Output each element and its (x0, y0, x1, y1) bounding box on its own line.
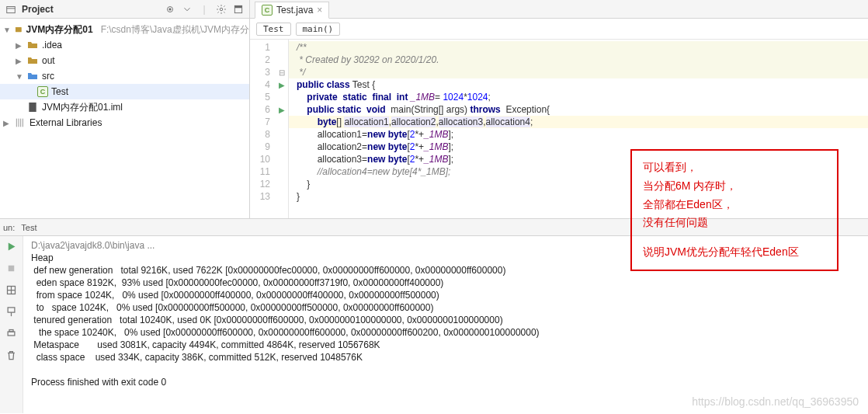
rerun-icon[interactable] (5, 241, 17, 255)
run-toolbar (0, 236, 23, 413)
breadcrumb: Test main() (250, 19, 868, 39)
project-tree[interactable]: ▼ JVM内存分配01 F:\csdn博客\Java虚拟机\JVM内存分 ▶ .… (0, 19, 249, 218)
source-folder-icon (26, 70, 39, 82)
chevron-right-icon[interactable]: ▶ (16, 41, 23, 50)
svg-rect-6 (16, 27, 22, 32)
close-icon[interactable]: × (317, 5, 322, 16)
line-numbers: 12345678910111213 (250, 40, 275, 218)
tree-item-ext-libs[interactable]: ▶ External Libraries (0, 115, 249, 130)
tree-root[interactable]: ▼ JVM内存分配01 F:\csdn博客\Java虚拟机\JVM内存分 (0, 22, 249, 37)
svg-rect-5 (234, 5, 241, 8)
gutter-marks: ⊟ ▶ ▶ (275, 40, 289, 218)
project-icon (5, 3, 17, 16)
breadcrumb-method[interactable]: main() (296, 23, 341, 36)
folder-icon (26, 39, 39, 51)
svg-marker-8 (9, 243, 16, 251)
delete-icon[interactable] (5, 350, 17, 364)
console-line: to space 1024K, 0% used [0x00000000ff500… (31, 302, 433, 313)
svg-rect-11 (8, 308, 15, 312)
select-opened-icon[interactable] (164, 3, 176, 16)
project-header: Project | (0, 0, 249, 19)
console-path: D:\java2\javajdk8.0\bin\java ... (31, 240, 155, 251)
tree-item-label: External Libraries (30, 117, 102, 128)
editor-tab[interactable]: C Test.java × (255, 2, 329, 19)
annotation-line: 没有任何问题 (643, 214, 826, 232)
breadcrumb-class[interactable]: Test (256, 23, 291, 36)
console-line: from space 1024K, 0% used [0x00000000ff4… (31, 290, 439, 301)
run-gutter-icon[interactable]: ▶ (279, 106, 285, 114)
print-icon[interactable] (5, 328, 17, 342)
chevron-right-icon[interactable]: ▶ (16, 57, 23, 65)
annotation-line: 说明JVM优先分配年轻代Eden区 (643, 243, 826, 262)
pin-icon[interactable] (5, 306, 17, 320)
svg-rect-7 (29, 103, 36, 112)
module-icon (14, 23, 23, 36)
chevron-down-icon[interactable]: ▼ (3, 26, 11, 34)
svg-rect-0 (7, 6, 16, 12)
console-line: def new generation total 9216K, used 762… (31, 265, 505, 276)
library-icon (14, 117, 26, 129)
console-line: class space used 334K, capacity 386K, co… (31, 352, 363, 363)
console-line: eden space 8192K, 93% used [0x00000000fe… (31, 277, 443, 288)
iml-file-icon (26, 101, 39, 113)
settings-icon[interactable] (215, 3, 227, 16)
run-config-name[interactable]: Test (21, 223, 36, 232)
run-gutter-icon[interactable]: ▶ (279, 81, 285, 89)
restore-layout-icon[interactable] (5, 284, 17, 298)
divider-icon: | (198, 3, 210, 16)
svg-rect-12 (8, 332, 15, 336)
console-line: the space 10240K, 0% used [0x00000000ff6… (31, 327, 540, 338)
collapse-dropdown-icon[interactable] (181, 3, 193, 16)
console-line: Heap (31, 252, 54, 263)
editor-tab-label: Test.java (276, 5, 313, 16)
tree-item-label: src (42, 71, 54, 82)
annotation-line: 当分配6M 内存时， (643, 177, 826, 196)
tree-item-test[interactable]: C Test (0, 84, 249, 99)
java-class-icon: C (37, 86, 48, 97)
tree-item-label: .idea (42, 40, 62, 50)
chevron-right-icon[interactable]: ▶ (3, 119, 11, 127)
hide-icon[interactable] (232, 3, 245, 16)
tree-item-label: Test (51, 86, 68, 97)
tree-item-label: JVM内存分配01 (26, 23, 93, 37)
tree-item-idea[interactable]: ▶ .idea (0, 37, 249, 53)
tree-item-src[interactable]: ▼ src (0, 68, 249, 84)
svg-point-2 (169, 8, 171, 9)
annotation-box: 可以看到， 当分配6M 内存时， 全部都在Eden区， 没有任何问题 说明JVM… (630, 149, 838, 271)
run-tab-label[interactable]: un: (3, 223, 15, 232)
console-line: Process finished with exit code 0 (31, 377, 166, 388)
project-panel: Project | ▼ JVM内存分配01 F:\csdn博客\Java虚拟机\… (0, 0, 250, 218)
tree-item-hint: F:\csdn博客\Java虚拟机\JVM内存分 (101, 23, 249, 37)
editor-tabbar: C Test.java × (250, 0, 868, 19)
svg-rect-9 (9, 266, 15, 272)
java-class-icon: C (262, 5, 273, 16)
watermark: https://blog.csdn.net/qq_36963950 (692, 395, 859, 408)
tree-item-iml[interactable]: JVM内存分配01.iml (0, 99, 249, 115)
folder-icon (26, 54, 39, 67)
project-title: Project (22, 4, 159, 15)
tree-item-out[interactable]: ▶ out (0, 53, 249, 68)
console-line: Metaspace used 3081K, capacity 4494K, co… (31, 339, 380, 350)
chevron-down-icon[interactable]: ▼ (16, 72, 23, 81)
collapse-icon[interactable]: ⊟ (279, 68, 285, 77)
console-line: tenured generation total 10240K, used 0K… (31, 315, 503, 325)
svg-point-3 (220, 8, 223, 11)
tree-item-label: out (42, 55, 55, 66)
annotation-line: 全部都在Eden区， (643, 196, 826, 214)
stop-icon[interactable] (5, 263, 17, 277)
svg-rect-13 (9, 330, 13, 332)
annotation-line: 可以看到， (643, 158, 826, 177)
tree-item-label: JVM内存分配01.iml (42, 101, 123, 114)
